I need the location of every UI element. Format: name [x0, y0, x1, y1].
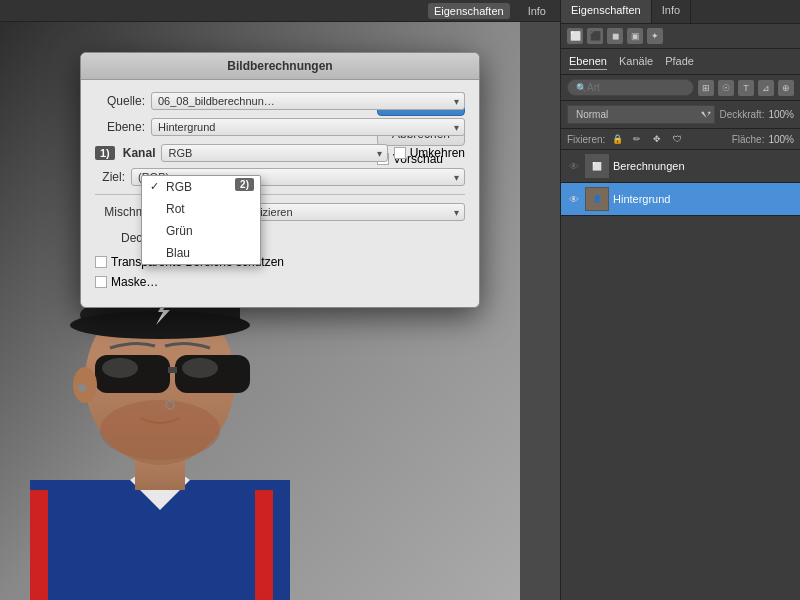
tool-icon-2[interactable]: ⬛	[587, 28, 603, 44]
umkehren-label: Umkehren	[410, 146, 465, 160]
dialog-overlay: Bildberechnungen OK Abbrechen Vorschau Q…	[0, 22, 560, 600]
kanal-dropdown-menu: RGB 2) Rot Grün Blau	[141, 175, 261, 265]
panel-tabs: Eigenschaften Info	[561, 0, 800, 24]
layer-tool-5[interactable]: ⊕	[778, 80, 794, 96]
dropdown-item-blau[interactable]: Blau	[142, 242, 260, 264]
move-icon[interactable]: ✥	[649, 131, 665, 147]
layer-tool-3[interactable]: T	[738, 80, 754, 96]
shield-icon[interactable]: 🛡	[669, 131, 685, 147]
opacity-label: Deckkraft:	[719, 109, 764, 120]
maske-row: Maske…	[95, 275, 465, 289]
panel-toolbar: ⬜ ⬛ ◼ ▣ ✦	[561, 24, 800, 49]
layer-thumb-berechnungen: ⬜	[585, 154, 609, 178]
layer-thumb-hintergrund: 👤	[585, 187, 609, 211]
layers-search-row: 🔍 ⊞ ☉ T ⊿ ⊕	[561, 75, 800, 101]
layer-name-berechnungen: Berechnungen	[613, 160, 794, 172]
layer-hintergrund[interactable]: 👁 👤 Hintergrund	[561, 183, 800, 216]
search-input[interactable]	[587, 82, 647, 93]
tool-icon-3[interactable]: ◼	[607, 28, 623, 44]
dropdown-item-rot[interactable]: Rot	[142, 198, 260, 220]
lock-icon[interactable]: 🔒	[609, 131, 625, 147]
layer-berechnungen[interactable]: 👁 ⬜ Berechnungen	[561, 150, 800, 183]
opacity-value: 100%	[768, 109, 794, 120]
maske-label: Maske…	[111, 275, 158, 289]
dropdown-item-rgb-label: RGB	[166, 180, 192, 194]
ebene-row: Ebene: Hintergrund	[95, 118, 465, 136]
ebene-label: Ebene:	[95, 120, 145, 134]
blend-mode-wrapper: Normal	[567, 105, 715, 124]
kanal-label: Kanal	[123, 146, 156, 160]
ziel-label: Ziel:	[95, 170, 125, 184]
dropdown-item-gruen[interactable]: Grün	[142, 220, 260, 242]
ebenen-tab[interactable]: Ebenen	[569, 55, 607, 70]
info-tab[interactable]: Info	[522, 3, 552, 19]
layers-tabs: Ebenen Kanäle Pfade	[561, 49, 800, 75]
eye-icon-hintergrund[interactable]: 👁	[567, 192, 581, 206]
ebene-select-wrapper: Hintergrund	[151, 118, 465, 136]
kanal-select[interactable]: RGB Rot Grün Blau	[161, 144, 387, 162]
tool-icon-4[interactable]: ▣	[627, 28, 643, 44]
eye-icon-berechnungen[interactable]: 👁	[567, 159, 581, 173]
dropdown-item-rgb[interactable]: RGB 2)	[142, 176, 260, 198]
flaeche-label: Fläche:	[732, 134, 765, 145]
layer-thumb-icon: ⬜	[592, 162, 602, 171]
quelle-select-wrapper: 06_08_bildberechnun…	[151, 92, 465, 110]
brush-icon[interactable]: ✏	[629, 131, 645, 147]
fixieren-label: Fixieren:	[567, 134, 605, 145]
kanal-select-wrapper: RGB Rot Grün Blau	[161, 144, 387, 162]
flaeche-value: 100%	[768, 134, 794, 145]
layer-tool-1[interactable]: ⊞	[698, 80, 714, 96]
transparente-checkbox[interactable]	[95, 256, 107, 268]
tool-icon-1[interactable]: ⬜	[567, 28, 583, 44]
blend-opacity-row: Normal Deckkraft: 100%	[561, 101, 800, 129]
eigenschaften-tab[interactable]: Eigenschaften	[428, 3, 510, 19]
dialog-title: Bildberechnungen	[81, 53, 479, 80]
quelle-row: Quelle: 06_08_bildberechnun…	[95, 92, 465, 110]
layer-tool-2[interactable]: ☉	[718, 80, 734, 96]
layer-tool-4[interactable]: ⊿	[758, 80, 774, 96]
right-panel: Eigenschaften Info ⬜ ⬛ ◼ ▣ ✦ Ebenen Kanä…	[560, 0, 800, 600]
pfade-tab[interactable]: Pfade	[665, 55, 694, 70]
dropdown-number-label: 2)	[235, 178, 254, 191]
search-icon: 🔍	[576, 83, 587, 93]
umkehren-row: Umkehren	[394, 146, 465, 160]
tool-icon-5[interactable]: ✦	[647, 28, 663, 44]
kanal-number-label: 1)	[95, 146, 115, 160]
umkehren-checkbox[interactable]	[394, 147, 406, 159]
quelle-select[interactable]: 06_08_bildberechnun…	[151, 92, 465, 110]
dialog-body: OK Abbrechen Vorschau Quelle: 06_08_bild…	[81, 80, 479, 307]
blend-mode-select[interactable]: Normal	[567, 105, 715, 124]
layer-name-hintergrund: Hintergrund	[613, 193, 794, 205]
maske-checkbox[interactable]	[95, 276, 107, 288]
info-panel-tab[interactable]: Info	[652, 0, 691, 23]
fill-row: Fixieren: 🔒 ✏ ✥ 🛡 Fläche: 100%	[561, 129, 800, 150]
kanal-row: 1) Kanal RGB Rot Grün Blau Umkehren	[95, 144, 465, 162]
layer-thumb-preview: 👤	[593, 195, 602, 203]
bildberechnungen-dialog: Bildberechnungen OK Abbrechen Vorschau Q…	[80, 52, 480, 308]
search-box: 🔍	[567, 79, 694, 96]
kanaele-tab[interactable]: Kanäle	[619, 55, 653, 70]
top-toolbar: Eigenschaften Info	[0, 0, 560, 22]
ebene-select[interactable]: Hintergrund	[151, 118, 465, 136]
eigenschaften-panel-tab[interactable]: Eigenschaften	[561, 0, 652, 23]
quelle-label: Quelle:	[95, 94, 145, 108]
